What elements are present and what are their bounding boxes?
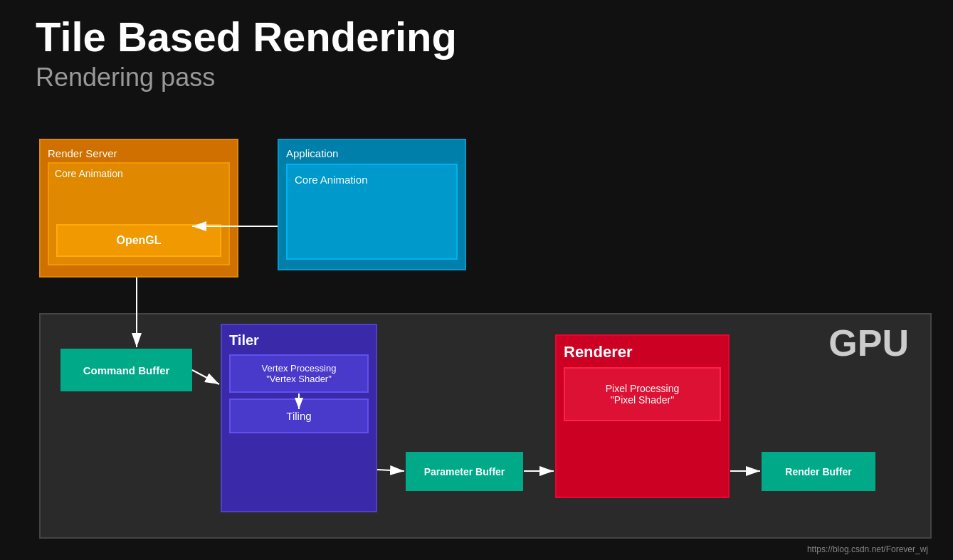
- pixel-processing-label: Pixel Processing"Pixel Shader": [606, 383, 680, 406]
- opengl-box: OpenGL: [56, 224, 221, 257]
- gpu-container: GPU: [39, 313, 932, 539]
- core-animation-app-box: Core Animation: [286, 164, 458, 260]
- core-animation-rs-box: Core Animation OpenGL: [48, 162, 230, 265]
- application-box: Application Core Animation: [278, 139, 466, 270]
- core-animation-app-label: Core Animation: [295, 174, 368, 186]
- render-buffer-box: Render Buffer: [762, 452, 875, 491]
- renderer-box: Renderer Pixel Processing"Pixel Shader": [555, 334, 730, 498]
- render-server-box: Render Server Core Animation OpenGL: [39, 139, 238, 278]
- tiling-box: Tiling: [229, 398, 369, 433]
- tiler-label: Tiler: [229, 332, 369, 349]
- tiler-box: Tiler Vertex Processing"Vertex Shader" T…: [221, 324, 377, 512]
- sub-title: Rendering pass: [36, 63, 215, 93]
- parameter-buffer-box: Parameter Buffer: [406, 452, 523, 491]
- gpu-label: GPU: [828, 322, 909, 364]
- watermark: https://blog.csdn.net/Forever_wj: [807, 544, 928, 554]
- renderer-label: Renderer: [564, 343, 721, 361]
- vertex-processing-label: Vertex Processing"Vertex Shader": [262, 363, 337, 384]
- render-server-label: Render Server: [48, 147, 230, 159]
- command-buffer-box: Command Buffer: [60, 349, 192, 391]
- application-label: Application: [286, 147, 458, 159]
- pixel-processing-box: Pixel Processing"Pixel Shader": [564, 367, 721, 421]
- main-title: Tile Based Rendering: [36, 13, 457, 60]
- vertex-processing-box: Vertex Processing"Vertex Shader": [229, 354, 369, 393]
- core-animation-rs-label: Core Animation: [55, 168, 223, 179]
